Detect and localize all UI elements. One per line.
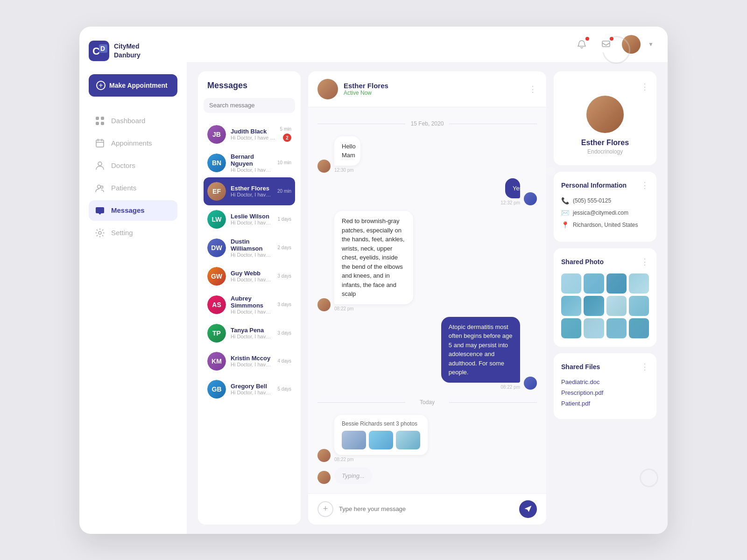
msg-list-item-3[interactable]: EF Esther Flores Hi Doctor, I have some.… (204, 177, 295, 205)
sidebar-item-dashboard[interactable]: Dashboard (89, 111, 177, 131)
contact-name-8: Tanya Pena (231, 327, 273, 334)
shared-photo-9[interactable] (561, 318, 581, 338)
contact-avatar-1: JB (207, 125, 226, 144)
sidebar-item-appointments[interactable]: Appoinments (89, 133, 177, 154)
contact-name-2: Bernard Nguyen (231, 153, 273, 167)
shared-photo-1[interactable] (561, 273, 581, 294)
contact-info-2: Bernard Nguyen Hi Doctor, I have some... (231, 153, 273, 173)
msg-list-item-8[interactable]: TP Tanya Pena Hi Doctor, I have some... … (204, 319, 295, 347)
right-panel: ⋮ Esther Flores Endocrinology Personal I… (554, 71, 656, 525)
contact-name-6: Guy Webb (231, 270, 273, 277)
notification1-badge (585, 37, 589, 41)
bubble-2: Yes (505, 178, 520, 199)
patient-specialty: Endocrinology (587, 148, 623, 155)
contact-time-9: 4 days (278, 358, 291, 364)
msg-list-item-9[interactable]: KM Kristin Mccoy Hi Doctor, I have some.… (204, 347, 295, 375)
sidebar-item-patients[interactable]: Patients (89, 178, 177, 198)
dashboard-icon (95, 116, 105, 126)
photo-1 (342, 431, 366, 449)
contact-avatar-8: TP (207, 324, 226, 343)
msg-col-5: Bessie Richards sent 3 photos 08:22 pm (334, 415, 428, 462)
svg-rect-7 (101, 122, 104, 125)
notification2-button[interactable] (598, 36, 614, 53)
contact-avatar-10: GB (207, 380, 226, 399)
shared-file-2[interactable]: Prescription.pdf (561, 389, 649, 396)
contact-name-5: Dustin Williamson (231, 238, 273, 252)
msg-list-item-5[interactable]: DW Dustin Williamson Hi Doctor, I have s… (204, 233, 295, 262)
shared-file-1[interactable]: Paediatric.doc (561, 378, 649, 385)
message-row-3: Red to brownish-gray patches, especially… (317, 211, 537, 311)
doctors-icon (95, 161, 105, 170)
sidebar-item-setting[interactable]: Setting (89, 223, 177, 243)
shared-photo-3[interactable] (606, 273, 627, 294)
messages-icon (95, 206, 105, 215)
contact-meta-9: 4 days (278, 358, 291, 364)
svg-point-14 (99, 231, 101, 234)
sidebar-item-messages[interactable]: Messages (89, 200, 177, 221)
shared-photo-11[interactable] (606, 318, 627, 338)
msg-time-3: 08:22 pm (334, 306, 466, 311)
message-row-5: Bessie Richards sent 3 photos 08:22 pm (317, 415, 537, 462)
bubble-1: Hello Mam (334, 136, 360, 166)
notification1-button[interactable] (573, 36, 590, 53)
patients-label: Patients (111, 184, 136, 192)
shared-files-list: Paediatric.docPrescription.pdfPatient.pd… (561, 378, 649, 407)
msg-list-item-4[interactable]: LW Leslie Wilson Hi Doctor, I have some.… (204, 205, 295, 233)
user-avatar[interactable] (622, 35, 641, 54)
bubble-4: Atopic dermatitis most often begins befo… (441, 317, 520, 383)
shared-photo-12[interactable] (629, 318, 649, 338)
msg-list-item-10[interactable]: GB Gregory Bell Hi Doctor, I have some..… (204, 375, 295, 403)
contact-preview-5: Hi Doctor, I have some... (231, 252, 273, 258)
shared-photos-card: Shared Photo ⋮ (554, 248, 656, 347)
make-appointment-button[interactable]: + Make Appointment (89, 74, 177, 97)
contact-avatar-3: EF (207, 182, 226, 201)
chat-panel: Esther Flores Active Now ⋮ 15 Feb, 2020 … (308, 71, 546, 525)
contact-preview-3: Hi Doctor, I have some... (231, 192, 273, 197)
msg-col-3: Red to brownish-gray patches, especially… (334, 211, 466, 311)
send-button[interactable] (519, 500, 537, 518)
search-input[interactable] (209, 102, 288, 109)
personal-info-header: Personal Information ⋮ (561, 180, 649, 190)
contact-list: JB Judith Black Hi Doctor, I have some..… (204, 120, 295, 403)
photos-bubble: Bessie Richards sent 3 photos (334, 415, 428, 455)
msg-avatar-sent-4 (524, 377, 537, 390)
patient-name: Esther Flores (581, 139, 629, 147)
patient-card-more-button[interactable]: ⋮ (641, 82, 649, 92)
contact-time-2: 10 min (277, 160, 291, 165)
personal-info-more-button[interactable]: ⋮ (641, 180, 649, 190)
msg-time-2: 12:32 pm (500, 200, 520, 205)
chat-header: Esther Flores Active Now ⋮ (308, 71, 546, 107)
msg-list-item-7[interactable]: AS Aubrey Simmmons Hi Doctor, I have som… (204, 290, 295, 319)
msg-list-item-1[interactable]: JB Judith Black Hi Doctor, I have some..… (204, 120, 295, 148)
add-attachment-button[interactable]: + (317, 501, 333, 517)
email-row: ✉️ jessica@citymedi.com (561, 209, 649, 217)
shared-photo-4[interactable] (629, 273, 649, 294)
shared-photo-2[interactable] (584, 273, 604, 294)
shared-photo-10[interactable] (584, 318, 604, 338)
sidebar-item-doctors[interactable]: Doctors (89, 155, 177, 176)
shared-photo-7[interactable] (606, 296, 627, 316)
chat-messages: 15 Feb, 2020 Hello Mam 12:30 pm Yes 1 (308, 107, 546, 493)
personal-info-title: Personal Information (561, 182, 627, 189)
shared-photo-5[interactable] (561, 296, 581, 316)
contact-avatar-2: BN (207, 154, 226, 172)
chat-input[interactable] (339, 505, 514, 512)
msg-list-item-2[interactable]: BN Bernard Nguyen Hi Doctor, I have some… (204, 148, 295, 177)
msg-time-1: 12:30 pm (334, 168, 378, 173)
contact-preview-9: Hi Doctor, I have some... (231, 362, 273, 367)
chat-more-button[interactable]: ⋮ (529, 84, 537, 94)
contact-preview-4: Hi Doctor, I have some... (231, 220, 273, 225)
contact-name-3: Esther Flores (231, 185, 273, 192)
shared-photo-8[interactable] (629, 296, 649, 316)
shared-photos-more-button[interactable]: ⋮ (641, 257, 649, 267)
email-icon: ✉️ (561, 209, 569, 217)
msg-list-item-6[interactable]: GW Guy Webb Hi Doctor, I have some... 3 … (204, 262, 295, 290)
svg-rect-4 (96, 117, 99, 120)
shared-file-3[interactable]: Patient.pdf (561, 400, 649, 407)
shared-photo-6[interactable] (584, 296, 604, 316)
date-divider-2: Today (317, 399, 537, 406)
contact-name-10: Gregory Bell (231, 383, 273, 390)
shared-files-more-button[interactable]: ⋮ (641, 362, 649, 372)
shared-files-title: Shared Files (561, 363, 600, 371)
bubble-3: Red to brownish-gray patches, especially… (334, 211, 413, 304)
